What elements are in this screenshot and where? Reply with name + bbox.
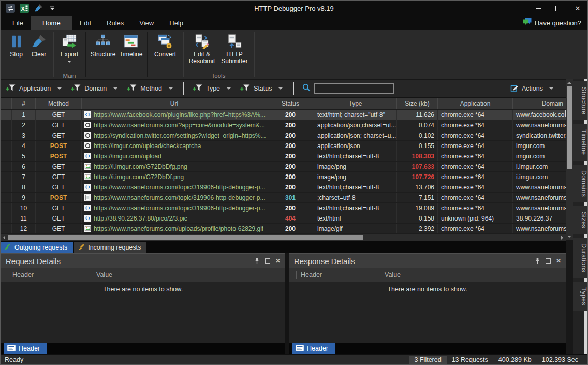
header-tab[interactable]: Header: [4, 343, 47, 354]
search-input[interactable]: [314, 83, 394, 94]
column-header-[interactable]: #: [12, 98, 36, 109]
tab-incoming-requests[interactable]: Incoming requests: [74, 242, 146, 253]
value-column-label[interactable]: Value: [380, 271, 401, 279]
close-panel-icon[interactable]: ✕: [275, 257, 281, 265]
vertical-scroll-thumb[interactable]: [567, 86, 572, 169]
column-header-application[interactable]: Application: [438, 98, 513, 109]
filter-type[interactable]: Type: [193, 84, 231, 93]
header-column-label[interactable]: Header: [296, 271, 380, 279]
filter-method[interactable]: Method: [127, 84, 173, 93]
size-cell: 107.633: [397, 162, 438, 171]
maximize-panel-icon[interactable]: [265, 258, 270, 264]
clear-button[interactable]: Clear: [27, 33, 50, 58]
header-card-icon: [7, 345, 16, 353]
maximize-panel-icon[interactable]: [546, 258, 551, 264]
url-type-code-icon: [84, 111, 91, 118]
structure-button[interactable]: Structure: [89, 33, 117, 58]
table-row[interactable]: 6GEThttps://i.imgur.com/G72DbDfg.png200i…: [1, 162, 566, 172]
size-cell: 2.392: [397, 224, 438, 233]
pin-icon[interactable]: [254, 257, 260, 266]
side-tab-structure[interactable]: Structure: [573, 81, 587, 120]
tab-outgoing-requests[interactable]: Outgoing requests: [1, 242, 73, 253]
column-header-type[interactable]: Type: [314, 98, 397, 109]
filters: ApplicationDomainMethodTypeStatus: [6, 82, 302, 95]
row-number: 6: [12, 162, 36, 171]
side-tab-timeline[interactable]: Timeline: [573, 124, 587, 160]
menu-item-file[interactable]: File: [5, 16, 31, 30]
filter-separator: [293, 82, 294, 95]
table-row[interactable]: 9POSThttps://www.nsaneforums.com/topic/3…: [1, 193, 566, 203]
header-column-label[interactable]: Header: [8, 271, 92, 279]
header-tab[interactable]: Header: [292, 343, 335, 354]
row-gutter: [1, 151, 12, 161]
column-header-size-kb[interactable]: Size (kb): [397, 98, 438, 109]
url-type-image-icon: [84, 173, 91, 180]
menu-item-view[interactable]: View: [131, 16, 161, 30]
row-gutter: [1, 120, 12, 130]
filter-application[interactable]: Application: [6, 84, 62, 93]
value-column-label[interactable]: Value: [92, 271, 112, 279]
brush-icon[interactable]: [34, 4, 43, 13]
qat-dropdown-icon[interactable]: [48, 4, 57, 13]
vertical-scrollbar: [566, 79, 573, 240]
app-window: X HTTP Debugger Pro v8.19 ✕ FileHomeEdit…: [0, 0, 588, 365]
menu-item-rules[interactable]: Rules: [99, 16, 131, 30]
table-row[interactable]: 4POSThttps://imgur.com/upload/checkcaptc…: [1, 141, 566, 151]
table-row[interactable]: 8GEThttps://www.nsaneforums.com/topic/31…: [1, 182, 566, 193]
scroll-down-arrow[interactable]: [566, 233, 573, 240]
tab-label: Outgoing requests: [14, 244, 67, 251]
table-row[interactable]: 1GEThttps://www.facebook.com/plugins/lik…: [1, 110, 566, 120]
table-row[interactable]: 3GEThttps://syndication.twitter.com/sett…: [1, 130, 566, 141]
pin-icon[interactable]: [535, 257, 540, 266]
close-button[interactable]: ✕: [568, 1, 587, 16]
column-header-url[interactable]: Url: [82, 98, 267, 109]
edit-resubmit-button[interactable]: Edit & Resubmit: [186, 33, 218, 65]
table-row[interactable]: 12GEThttps://www.nsaneforums.com/uploads…: [1, 224, 566, 234]
timeline-button[interactable]: Timeline: [117, 33, 144, 58]
application-cell: chrome.exe *64: [438, 193, 513, 202]
actions-button[interactable]: Actions: [510, 84, 553, 94]
swap-icon[interactable]: [6, 4, 15, 13]
scroll-up-arrow[interactable]: [566, 79, 573, 86]
url-cell: https://www.nsaneforums.com/uploads/prof…: [82, 224, 267, 233]
row-number: 1: [12, 110, 36, 120]
maximize-button[interactable]: [548, 1, 568, 16]
excel-icon[interactable]: X: [20, 4, 29, 13]
table-row[interactable]: 10GEThttps://www.nsaneforums.com/topic/3…: [1, 203, 566, 213]
application-cell: chrome.exe *64: [438, 110, 513, 120]
url-type-code-icon: [84, 205, 91, 211]
row-number: 8: [12, 182, 36, 192]
table-row[interactable]: 7GEThttps://i.imgur.com/G72DbDf.png200im…: [1, 172, 566, 182]
table-row[interactable]: 5POSThttps://imgur.com/upload200text/htm…: [1, 151, 566, 162]
menu-item-edit[interactable]: Edit: [72, 16, 99, 30]
menu-item-help[interactable]: Help: [161, 16, 191, 30]
side-tab-domains[interactable]: Domains: [573, 165, 587, 202]
side-tab-sizes[interactable]: Sizes: [573, 206, 587, 234]
convert-button[interactable]: Convert: [150, 33, 180, 58]
http-submitter-button[interactable]: HTTP Submitter: [218, 33, 251, 65]
horizontal-scroll-thumb[interactable]: [8, 235, 363, 240]
column-header-status[interactable]: Status: [267, 98, 314, 109]
filter-status[interactable]: Status: [240, 84, 283, 93]
row-number: 10: [12, 203, 36, 213]
have-question-link[interactable]: Have question?: [523, 16, 587, 30]
stop-button[interactable]: Stop: [5, 33, 27, 58]
close-panel-icon[interactable]: ✕: [556, 257, 561, 265]
table-row[interactable]: 2GEThttps://www.nsaneforums.com/?app=cor…: [1, 120, 566, 130]
column-header-method[interactable]: Method: [36, 98, 82, 109]
filter-domain[interactable]: Domain: [71, 84, 117, 93]
scroll-right-arrow[interactable]: [559, 234, 566, 241]
scroll-left-arrow[interactable]: [1, 234, 7, 241]
url-cell: https://www.nsaneforums.com/topic/319906…: [82, 182, 267, 192]
minimize-button[interactable]: [528, 1, 548, 16]
column-header-domain[interactable]: Domain: [513, 98, 566, 109]
side-tab-types[interactable]: Types: [573, 282, 587, 311]
url-cell: https://imgur.com/upload: [82, 151, 267, 161]
row-number: 4: [12, 141, 36, 151]
export-button[interactable]: Export: [56, 33, 83, 65]
table-row[interactable]: 11GEThttp://38.90.226.37:80/pico/2/3.pic…: [1, 213, 566, 224]
filter-funnel-icon: [193, 84, 202, 93]
menu-item-home[interactable]: Home: [31, 16, 72, 30]
side-tab-durations[interactable]: Durations: [573, 238, 587, 278]
domain-cell: www.nsaneforums.com: [513, 182, 566, 192]
